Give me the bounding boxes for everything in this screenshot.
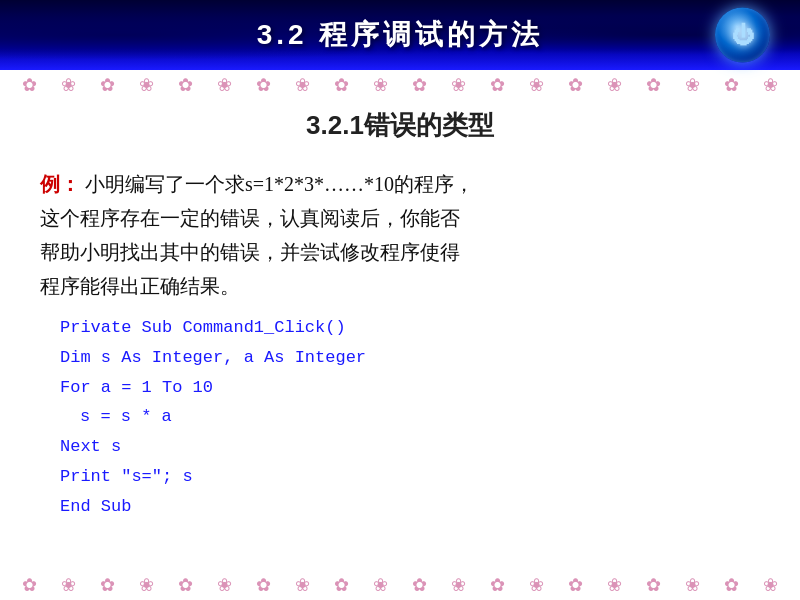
flower-icon: ✿ [22, 574, 37, 596]
flower-icon: ❀ [217, 74, 232, 96]
top-flower-border: ✿ ❀ ✿ ❀ ✿ ❀ ✿ ❀ ✿ ❀ ✿ ❀ ✿ ❀ ✿ ❀ ✿ ❀ ✿ ❀ [0, 70, 800, 100]
flower-icon: ✿ [490, 74, 505, 96]
flower-icon: ✿ [568, 74, 583, 96]
flower-icon: ❀ [451, 74, 466, 96]
flower-icon: ✿ [334, 74, 349, 96]
example-body3: 帮助小明找出其中的错误，并尝试修改程序使得 [40, 241, 460, 263]
flower-icon: ❀ [295, 74, 310, 96]
flower-icon: ✿ [100, 74, 115, 96]
subtitle-bar: 3.2.1错误的类型 [0, 100, 800, 147]
flower-icon: ❀ [373, 574, 388, 596]
power-button-icon: ⏻ [715, 8, 770, 63]
flower-icon: ✿ [490, 574, 505, 596]
flower-row-top: ✿ ❀ ✿ ❀ ✿ ❀ ✿ ❀ ✿ ❀ ✿ ❀ ✿ ❀ ✿ ❀ ✿ ❀ ✿ ❀ [0, 74, 800, 96]
example-body4: 程序能得出正确结果。 [40, 275, 240, 297]
flower-icon: ❀ [139, 574, 154, 596]
flower-icon: ✿ [178, 74, 193, 96]
power-symbol: ⏻ [732, 24, 754, 46]
flower-icon: ✿ [646, 574, 661, 596]
flower-icon: ❀ [529, 74, 544, 96]
flower-icon: ✿ [256, 574, 271, 596]
flower-icon: ❀ [607, 74, 622, 96]
example-label: 例： [40, 173, 80, 195]
flower-icon: ❀ [139, 74, 154, 96]
code-line-1: Private Sub Command1_Click() [60, 313, 760, 343]
flower-icon: ❀ [763, 574, 778, 596]
flower-icon: ❀ [685, 74, 700, 96]
flower-icon: ✿ [724, 74, 739, 96]
flower-icon: ✿ [178, 574, 193, 596]
flower-icon: ❀ [61, 74, 76, 96]
flower-icon: ❀ [763, 74, 778, 96]
flower-icon: ✿ [568, 574, 583, 596]
flower-icon: ❀ [451, 574, 466, 596]
code-line-5: Next s [60, 432, 760, 462]
bottom-flower-border: ✿ ❀ ✿ ❀ ✿ ❀ ✿ ❀ ✿ ❀ ✿ ❀ ✿ ❀ ✿ ❀ ✿ ❀ ✿ ❀ [0, 570, 800, 600]
code-line-2: Dim s As Integer, a As Integer [60, 343, 760, 373]
subtitle-text: 3.2.1错误的类型 [306, 110, 494, 140]
flower-icon: ❀ [685, 574, 700, 596]
flower-icon: ❀ [61, 574, 76, 596]
flower-icon: ✿ [646, 74, 661, 96]
main-content: 例： 小明编写了一个求s=1*2*3*……*10的程序， 这个程序存在一定的错误… [0, 147, 800, 531]
code-line-3: For a = 1 To 10 [60, 373, 760, 403]
flower-icon: ✿ [412, 74, 427, 96]
flower-icon: ❀ [373, 74, 388, 96]
power-circle: ⏻ [715, 8, 770, 63]
flower-icon: ✿ [334, 574, 349, 596]
flower-icon: ✿ [724, 574, 739, 596]
flower-icon: ❀ [217, 574, 232, 596]
code-line-7: End Sub [60, 492, 760, 522]
example-body2: 这个程序存在一定的错误，认真阅读后，你能否 [40, 207, 460, 229]
flower-icon: ✿ [22, 74, 37, 96]
flower-icon: ✿ [412, 574, 427, 596]
flower-icon: ❀ [529, 574, 544, 596]
header: 3.2 程序调试的方法 ⏻ [0, 0, 800, 70]
header-title: 3.2 程序调试的方法 [257, 16, 544, 54]
code-line-6: Print "s="; s [60, 462, 760, 492]
code-block: Private Sub Command1_Click() Dim s As In… [40, 313, 760, 521]
example-body1: 小明编写了一个求s=1*2*3*……*10的程序， [80, 173, 474, 195]
example-paragraph: 例： 小明编写了一个求s=1*2*3*……*10的程序， 这个程序存在一定的错误… [40, 167, 760, 303]
flower-icon: ❀ [607, 574, 622, 596]
code-line-4: s = s * a [60, 402, 760, 432]
flower-icon: ✿ [256, 74, 271, 96]
flower-icon: ❀ [295, 574, 310, 596]
flower-icon: ✿ [100, 574, 115, 596]
